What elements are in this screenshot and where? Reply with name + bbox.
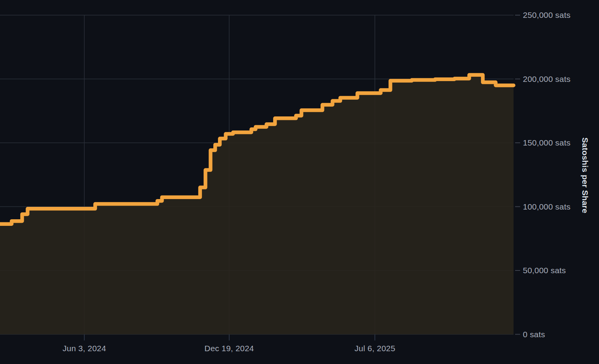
x-tick-label: Dec 19, 2024 [204, 344, 254, 353]
y-tick-label: 150,000 sats [523, 138, 571, 147]
y-tick-label: 50,000 sats [523, 266, 566, 275]
y-tick-label: 200,000 sats [523, 75, 571, 84]
area-fill [0, 75, 514, 335]
y-tick-label: 100,000 sats [523, 202, 571, 211]
x-tick-label: Jul 6, 2025 [355, 344, 395, 353]
x-tick-label: Jun 3, 2024 [63, 344, 106, 353]
y-axis-title: Satoshis per Share [580, 137, 590, 213]
chart-canvas [0, 0, 599, 364]
satoshis-per-share-chart: 0 sats50,000 sats100,000 sats150,000 sat… [0, 0, 599, 364]
y-tick-label: 0 sats [523, 330, 545, 339]
y-tick-label: 250,000 sats [523, 10, 571, 20]
